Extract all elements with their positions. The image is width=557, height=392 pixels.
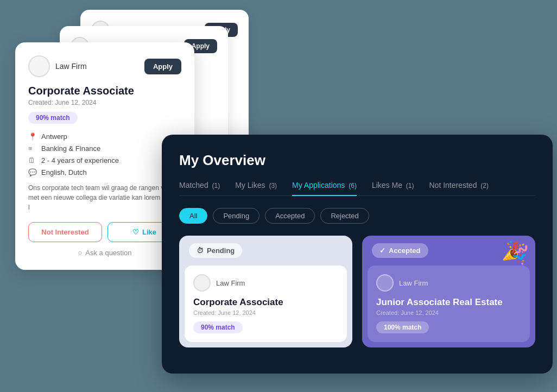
accepted-firm-row: Law Firm [376, 274, 521, 292]
tab-my-applications[interactable]: My Applications (6) [292, 181, 357, 196]
accepted-status-badge: ✓ Accepted [372, 243, 428, 258]
check-icon: ✓ [379, 246, 385, 255]
sector-row: ≡ Banking & Finance [28, 144, 181, 153]
pending-card-body: Law Firm Corporate Associate Created: Ju… [185, 265, 347, 342]
job-created: Created: June 12, 2024 [28, 99, 181, 106]
filter-all[interactable]: All [179, 208, 207, 224]
language-icon: 💬 [28, 168, 37, 176]
job-description: Ons corporate tech team wil graag de ran… [28, 183, 181, 212]
question-icon: ○ [78, 249, 82, 257]
ask-question-label: Ask a question [85, 249, 131, 257]
accepted-card-header: ✓ Accepted 🎉 [362, 236, 535, 258]
ask-question-row[interactable]: ○ Ask a question [28, 249, 181, 257]
filter-pending[interactable]: Pending [213, 208, 259, 224]
pending-card-header: ⏱ Pending [179, 236, 352, 258]
job-details: 📍 Antwerp ≡ Banking & Finance 🗓 2 - 4 ye… [28, 132, 181, 176]
job-title: Corporate Associate [28, 85, 181, 97]
application-card-accepted: ✓ Accepted 🎉 Law Firm Junior Associate R… [362, 236, 535, 347]
tab-my-likes[interactable]: My Likes (3) [235, 181, 277, 196]
confetti-icon: 🎉 [501, 238, 530, 267]
location-text: Antwerp [41, 132, 67, 141]
pending-job-title: Corporate Associate [193, 297, 338, 308]
job-card-firm-name: Law Firm [55, 62, 87, 71]
accepted-match-badge: 100% match [376, 321, 429, 333]
filter-rejected[interactable]: Rejected [320, 208, 369, 224]
sector-icon: ≡ [28, 144, 37, 153]
job-card-header: Law Firm Apply [28, 55, 181, 77]
pending-status-badge: ⏱ Pending [189, 243, 242, 258]
experience-row: 🗓 2 - 4 years of experience [28, 156, 181, 165]
tab-likes-me[interactable]: Likes Me (1) [372, 181, 414, 196]
language-row: 💬 English, Dutch [28, 168, 181, 176]
card-actions: Not Interested ♡ Like [28, 222, 181, 242]
job-card-logo [28, 55, 50, 77]
experience-text: 2 - 4 years of experience [41, 156, 119, 165]
sector-text: Banking & Finance [41, 144, 100, 153]
accepted-app-logo [376, 274, 394, 292]
language-text: English, Dutch [41, 168, 87, 176]
job-card-logo-area: Law Firm [28, 55, 87, 77]
overview-title: My Overview [179, 152, 535, 169]
pending-app-logo [193, 274, 211, 292]
pending-created: Created: June 12, 2024 [193, 309, 338, 316]
accepted-firm-name: Law Firm [399, 279, 428, 287]
location-row: 📍 Antwerp [28, 132, 181, 141]
location-icon: 📍 [28, 132, 37, 141]
tab-not-interested[interactable]: Not Interested (2) [429, 181, 489, 196]
experience-icon: 🗓 [28, 156, 37, 165]
clock-icon: ⏱ [197, 246, 204, 255]
filter-accepted[interactable]: Accepted [265, 208, 315, 224]
accepted-created: Created: June 12, 2024 [376, 309, 521, 316]
nav-tabs: Matched (1) My Likes (3) My Applications… [179, 181, 535, 196]
heart-icon: ♡ [132, 228, 139, 236]
application-cards: ⏱ Pending Law Firm Corporate Associate C… [179, 236, 535, 347]
filter-pills: All Pending Accepted Rejected [179, 208, 535, 224]
apply-button[interactable]: Apply [144, 59, 181, 74]
pending-firm-row: Law Firm [193, 274, 338, 292]
accepted-job-title: Junior Associate Real Estate [376, 297, 521, 308]
overview-panel: My Overview Matched (1) My Likes (3) My … [162, 135, 553, 374]
match-badge: 90% match [28, 112, 78, 124]
pending-firm-name: Law Firm [216, 279, 245, 287]
accepted-card-body: Law Firm Junior Associate Real Estate Cr… [368, 265, 530, 342]
application-card-pending: ⏱ Pending Law Firm Corporate Associate C… [179, 236, 352, 347]
tab-matched[interactable]: Matched (1) [179, 181, 220, 196]
pending-match-badge: 90% match [193, 321, 243, 333]
not-interested-button[interactable]: Not Interested [28, 222, 102, 242]
